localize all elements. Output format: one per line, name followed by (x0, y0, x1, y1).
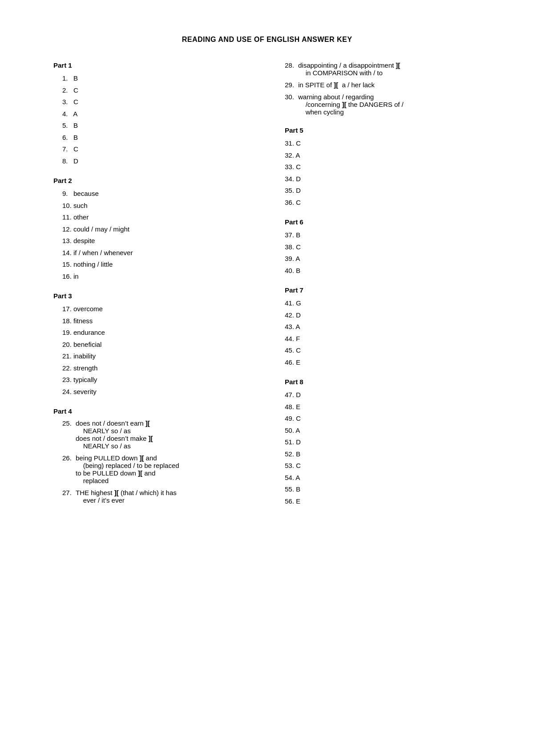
list-item: 23. typically (53, 375, 249, 385)
bold-bracket: ][ (334, 81, 338, 89)
list-item: 12. could / may / might (53, 224, 249, 235)
list-item: 15. nothing / little (53, 260, 249, 270)
bold-bracket: ][ (396, 61, 400, 69)
page-title: READING AND USE OF ENGLISH ANSWER KEY (53, 36, 481, 44)
list-item: 43. A (285, 322, 481, 332)
answer-num: 27. (62, 489, 76, 504)
list-item: 42. D (285, 310, 481, 321)
list-item: 17. overcome (53, 304, 249, 314)
list-item: 1. B (53, 73, 249, 84)
part1-list: 1. B 2. C 3. C 4. A 5. B 6. B 7. C 8. D (53, 73, 249, 166)
answer-num: 29. (285, 81, 298, 89)
list-item: 22. strength (53, 363, 249, 374)
list-item: 46. E (285, 358, 481, 368)
answer-text: being PULLED down ][ and (being) replace… (76, 454, 179, 484)
answer-num: 25. (62, 419, 76, 450)
part8-title: Part 8 (285, 378, 481, 386)
bold-bracket: ][ (146, 419, 150, 427)
list-item: 52. B (285, 449, 481, 459)
list-item: 48. E (285, 402, 481, 412)
list-item: 14. if / when / whenever (53, 248, 249, 258)
list-item: 45. C (285, 345, 481, 356)
list-item: 56. E (285, 496, 481, 507)
list-item: 3. C (53, 97, 249, 107)
list-item: 54. A (285, 473, 481, 483)
list-item: 36. C (285, 198, 481, 208)
part5-list: 31. C 32. A 33. C 34. D 35. D 36. C (285, 138, 481, 207)
list-item: 39. A (285, 254, 481, 264)
answer-num: 26. (62, 454, 76, 484)
list-item: 41. G (285, 298, 481, 309)
list-item: 35. D (285, 186, 481, 196)
list-item: 7. C (53, 144, 249, 154)
right-column: 28. disappointing / a disappointment ][ … (267, 61, 481, 509)
list-item: 32. A (285, 150, 481, 161)
list-item: 20. beneficial (53, 340, 249, 350)
list-item: 16. in (53, 272, 249, 282)
answer-num: 30. (285, 93, 298, 116)
list-item: 34. D (285, 174, 481, 184)
list-item: 29. in SPITE of ][ a / her lack (285, 81, 481, 89)
bold-bracket: ][ (148, 435, 153, 442)
part5-title: Part 5 (285, 126, 481, 134)
list-item: 51. D (285, 437, 481, 447)
list-item: 38. C (285, 242, 481, 252)
list-item: 50. A (285, 426, 481, 436)
answer-text: warning about / regarding /concerning ][… (298, 93, 404, 116)
list-item: 40. B (285, 266, 481, 276)
list-item: 21. inability (53, 351, 249, 362)
list-item: 5. B (53, 121, 249, 131)
left-column: Part 1 1. B 2. C 3. C 4. A 5. B 6. B 7. … (53, 61, 267, 509)
list-item: 31. C (285, 138, 481, 149)
part3-list: 17. overcome 18. fitness 19. endurance 2… (53, 304, 249, 397)
answer-text: does not / doesn’t earn ][ NEARLY so / a… (76, 419, 153, 450)
list-item: 11. other (53, 212, 249, 223)
list-item: 27. THE highest ][ (that / which) it has… (53, 489, 249, 504)
part7-title: Part 7 (285, 286, 481, 294)
list-item: 33. C (285, 162, 481, 172)
list-item: 4. A (53, 109, 249, 119)
part6-title: Part 6 (285, 218, 481, 226)
list-item: 19. endurance (53, 328, 249, 338)
part3-title: Part 3 (53, 292, 249, 300)
bold-bracket: ][ (114, 489, 119, 496)
list-item: 53. C (285, 461, 481, 471)
list-item: 37. B (285, 230, 481, 240)
list-item: 13. despite (53, 236, 249, 246)
list-item: 18. fitness (53, 316, 249, 326)
list-item: 55. B (285, 484, 481, 495)
list-item: 25. does not / doesn’t earn ][ NEARLY so… (53, 419, 249, 450)
bold-bracket: ][ (139, 454, 144, 462)
bold-bracket: ][ (342, 101, 346, 108)
list-item: 44. F (285, 334, 481, 344)
list-item: 49. C (285, 414, 481, 424)
list-item: 10. such (53, 201, 249, 211)
part4-list: 25. does not / doesn’t earn ][ NEARLY so… (53, 419, 249, 504)
list-item: 28. disappointing / a disappointment ][ … (285, 61, 481, 77)
page: READING AND USE OF ENGLISH ANSWER KEY Pa… (0, 0, 534, 756)
list-item: 9. because (53, 189, 249, 199)
answer-num: 28. (285, 61, 298, 77)
list-item: 24. severity (53, 387, 249, 397)
answer-text: disappointing / a disappointment ][ in C… (298, 61, 400, 77)
content-wrapper: Part 1 1. B 2. C 3. C 4. A 5. B 6. B 7. … (53, 61, 481, 509)
part2-list: 9. because 10. such 11. other 12. could … (53, 189, 249, 281)
part7-list: 41. G 42. D 43. A 44. F 45. C 46. E (285, 298, 481, 367)
answer-text: THE highest ][ (that / which) it has eve… (76, 489, 177, 504)
list-item: 47. D (285, 390, 481, 400)
part8-list: 47. D 48. E 49. C 50. A 51. D 52. B 53. … (285, 390, 481, 506)
list-item: 30. warning about / regarding /concernin… (285, 93, 481, 116)
part4-continued: 28. disappointing / a disappointment ][ … (285, 61, 481, 116)
list-item: 8. D (53, 156, 249, 167)
answer-text: in SPITE of ][ a / her lack (298, 81, 375, 89)
part6-list: 37. B 38. C 39. A 40. B (285, 230, 481, 276)
list-item: 6. B (53, 133, 249, 143)
part1-title: Part 1 (53, 61, 249, 69)
part2-title: Part 2 (53, 177, 249, 184)
list-item: 2. C (53, 85, 249, 96)
list-item: 26. being PULLED down ][ and (being) rep… (53, 454, 249, 484)
part4-title: Part 4 (53, 407, 249, 415)
bold-bracket: ][ (138, 469, 142, 477)
